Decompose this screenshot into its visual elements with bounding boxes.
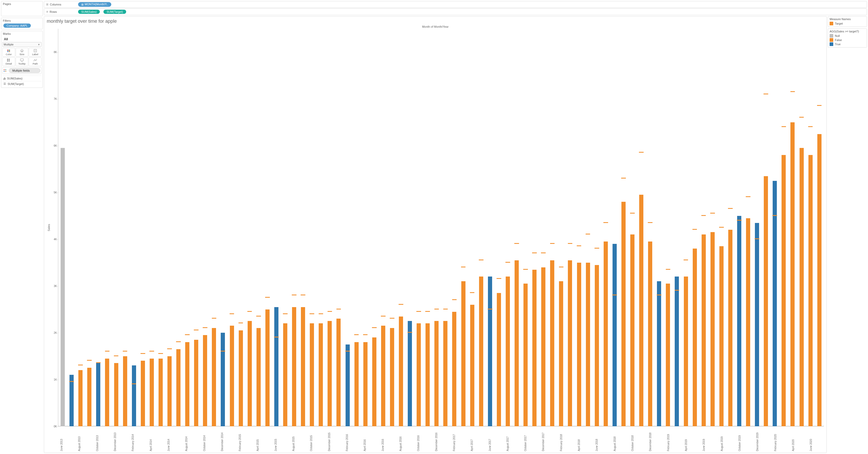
target-tick[interactable] [345,351,350,352]
mark-path-button[interactable]: Path [29,57,41,66]
target-tick[interactable] [185,334,190,335]
bar-wrap[interactable] [717,29,726,426]
bar-wrap[interactable] [397,29,405,426]
target-tick[interactable] [577,245,582,246]
target-tick[interactable] [764,94,768,94]
target-tick[interactable] [657,295,661,295]
bar-wrap[interactable] [219,29,227,426]
bar-wrap[interactable] [227,29,236,426]
bar-wrap[interactable] [691,29,699,426]
bar-wrap[interactable] [744,29,752,426]
target-tick[interactable] [541,252,546,253]
bar-wrap[interactable] [299,29,307,426]
plot-area[interactable] [58,29,824,426]
bar-wrap[interactable] [726,29,735,426]
bar-wrap[interactable] [806,29,815,426]
target-tick[interactable] [568,243,572,244]
target-tick[interactable] [372,327,377,328]
target-tick[interactable] [141,353,145,354]
target-tick[interactable] [559,267,564,267]
mark-detail-button[interactable]: Detail [2,57,15,66]
target-tick[interactable] [96,362,101,363]
bar-wrap[interactable] [682,29,690,426]
target-tick[interactable] [149,351,154,352]
bar-wrap[interactable] [424,29,432,426]
bar-wrap[interactable] [593,29,601,426]
target-tick[interactable] [363,334,368,335]
target-tick[interactable] [247,311,252,312]
bar-wrap[interactable] [575,29,583,426]
bar-wrap[interactable] [450,29,458,426]
bar-wrap[interactable] [441,29,450,426]
bar-wrap[interactable] [495,29,503,426]
bar-wrap[interactable] [504,29,512,426]
mark-color-button[interactable]: Color [2,48,15,57]
bar-wrap[interactable] [148,29,156,426]
target-tick[interactable] [603,222,608,223]
bar-wrap[interactable] [103,29,111,426]
marks-sum-target-row[interactable]: SUM(Target) [2,81,41,87]
target-tick[interactable] [648,222,652,223]
target-tick[interactable] [470,292,475,293]
bar-wrap[interactable] [414,29,423,426]
target-tick[interactable] [425,311,430,312]
target-tick[interactable] [399,304,403,305]
target-tick[interactable] [274,337,279,337]
target-tick[interactable] [105,351,110,352]
target-tick[interactable] [692,229,697,230]
bar-wrap[interactable] [210,29,218,426]
bar-wrap[interactable] [619,29,628,426]
target-tick[interactable] [452,299,457,300]
rows-pill-sales[interactable]: SUM(Sales) [78,10,100,14]
target-tick[interactable] [550,243,555,244]
bar-wrap[interactable] [566,29,574,426]
bar-wrap[interactable] [539,29,548,426]
bar-wrap[interactable] [263,29,272,426]
target-tick[interactable] [221,351,225,352]
target-tick[interactable] [256,316,261,316]
target-tick[interactable] [772,215,777,216]
target-tick[interactable] [301,295,305,295]
bar-wrap[interactable] [59,29,67,426]
bar-wrap[interactable] [468,29,476,426]
target-tick[interactable] [461,267,466,267]
target-tick[interactable] [621,178,626,179]
bar-wrap[interactable] [121,29,129,426]
bar-wrap[interactable] [637,29,646,426]
target-tick[interactable] [203,327,208,328]
bar-wrap[interactable] [254,29,263,426]
target-tick[interactable] [799,117,804,118]
legend-item-false[interactable]: False [830,38,865,42]
bar-wrap[interactable] [290,29,298,426]
legend-item-true[interactable]: True [830,42,865,46]
bar-wrap[interactable] [192,29,200,426]
target-tick[interactable] [719,227,724,228]
bar-wrap[interactable] [174,29,183,426]
bar-wrap[interactable] [797,29,806,426]
target-tick[interactable] [434,309,439,309]
target-tick[interactable] [132,384,136,384]
bar-wrap[interactable] [459,29,468,426]
target-tick[interactable] [78,365,83,365]
target-tick[interactable] [684,260,688,260]
bar-wrap[interactable] [584,29,592,426]
target-tick[interactable] [390,318,395,319]
bar-wrap[interactable] [165,29,174,426]
bar-wrap[interactable] [788,29,797,426]
bar-wrap[interactable] [334,29,343,426]
target-tick[interactable] [514,243,519,244]
bar-wrap[interactable] [611,29,619,426]
bar-wrap[interactable] [361,29,370,426]
target-tick[interactable] [194,330,198,330]
target-tick[interactable] [114,356,119,356]
bar-wrap[interactable] [183,29,191,426]
bar-wrap[interactable] [486,29,494,426]
target-tick[interactable] [710,213,715,214]
target-tick[interactable] [746,196,750,197]
target-tick[interactable] [328,311,332,312]
target-tick[interactable] [319,313,323,314]
bar-wrap[interactable] [343,29,352,426]
bar-wrap[interactable] [762,29,770,426]
target-tick[interactable] [755,238,760,239]
mark-label-button[interactable]: T Label [29,48,41,57]
